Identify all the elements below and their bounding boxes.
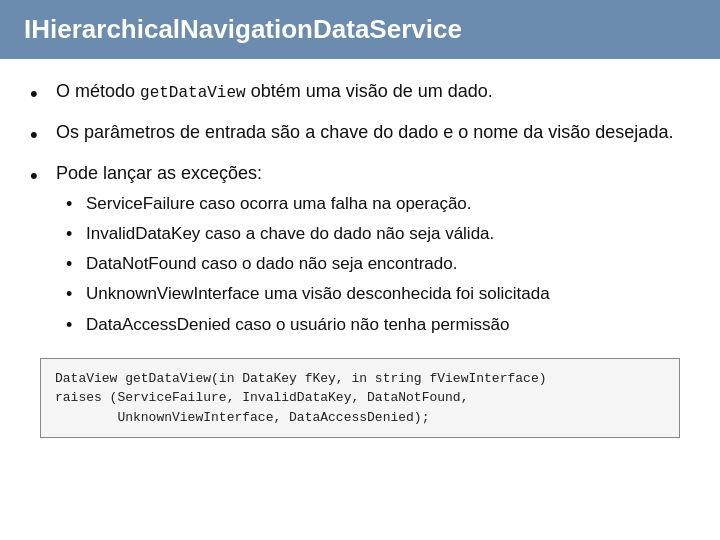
- sub-bullet-item-5: • DataAccessDenied caso o usuário não te…: [66, 313, 690, 338]
- bullet-dot-3: •: [30, 161, 52, 192]
- code-block: DataView getDataView(in DataKey fKey, in…: [40, 358, 680, 439]
- code-getdataview: getDataView: [140, 84, 246, 102]
- sub-bullet-text-1: ServiceFailure caso ocorra uma falha na …: [86, 192, 690, 216]
- slide-header: IHierarchicalNavigationDataService: [0, 0, 720, 59]
- sub-bullet-item-3: • DataNotFound caso o dado não seja enco…: [66, 252, 690, 277]
- slide-title: IHierarchicalNavigationDataService: [24, 14, 462, 45]
- sub-bullet-text-4: UnknownViewInterface uma visão desconhec…: [86, 282, 690, 306]
- bullet-item-1: • O método getDataView obtém uma visão d…: [30, 79, 690, 110]
- bullet-item-2: • Os parâmetros de entrada são a chave d…: [30, 120, 690, 151]
- bullet-dot-1: •: [30, 79, 52, 110]
- sub-bullet-dot-2: •: [66, 222, 86, 247]
- sub-bullet-item-4: • UnknownViewInterface uma visão desconh…: [66, 282, 690, 307]
- bullet-dot-2: •: [30, 120, 52, 151]
- sub-bullet-dot-3: •: [66, 252, 86, 277]
- bullet-text-2: Os parâmetros de entrada são a chave do …: [56, 120, 690, 145]
- sub-bullet-item-2: • InvalidDataKey caso a chave do dado nã…: [66, 222, 690, 247]
- slide-content: • O método getDataView obtém uma visão d…: [0, 59, 720, 540]
- bullet-text-1: O método getDataView obtém uma visão de …: [56, 79, 690, 104]
- slide-container: IHierarchicalNavigationDataService • O m…: [0, 0, 720, 540]
- bullet-text-3: Pode lançar as exceções: • ServiceFailur…: [56, 161, 690, 338]
- sub-bullet-text-3: DataNotFound caso o dado não seja encont…: [86, 252, 690, 276]
- sub-bullet-dot-5: •: [66, 313, 86, 338]
- sub-bullet-text-5: DataAccessDenied caso o usuário não tenh…: [86, 313, 690, 337]
- sub-bullet-dot-4: •: [66, 282, 86, 307]
- bullet-item-3: • Pode lançar as exceções: • ServiceFail…: [30, 161, 690, 338]
- sub-bullet-item-1: • ServiceFailure caso ocorra uma falha n…: [66, 192, 690, 217]
- sub-bullet-dot-1: •: [66, 192, 86, 217]
- sub-bullet-text-2: InvalidDataKey caso a chave do dado não …: [86, 222, 690, 246]
- sub-bullets-container: • ServiceFailure caso ocorra uma falha n…: [66, 192, 690, 338]
